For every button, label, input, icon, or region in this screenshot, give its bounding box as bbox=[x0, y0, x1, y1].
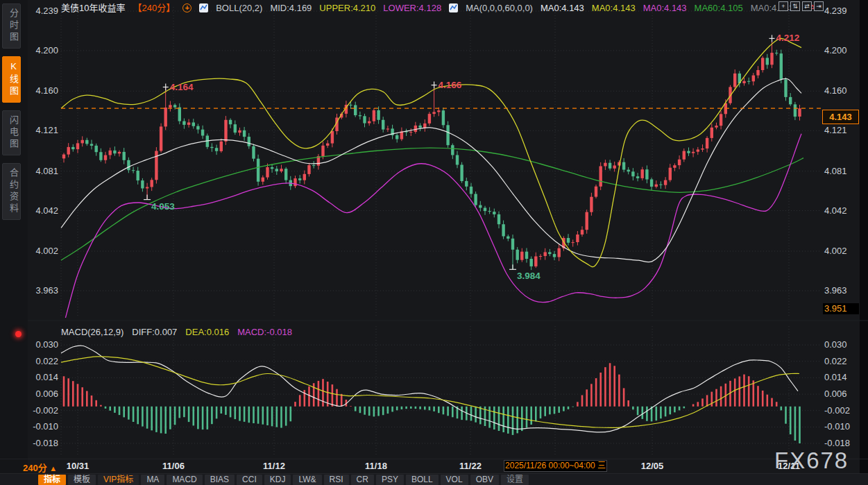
date-tick: 12/05 bbox=[628, 461, 676, 471]
axis-label: 3.963 bbox=[824, 285, 866, 296]
axis-label: 0.022 bbox=[19, 356, 58, 367]
axis-label: 0.030 bbox=[19, 339, 58, 350]
axis-label: 0.014 bbox=[824, 372, 866, 383]
axis-label: 4.081 bbox=[19, 166, 58, 177]
pan-icon[interactable]: + bbox=[778, 1, 788, 11]
axis-label: 0.022 bbox=[824, 356, 866, 367]
date-tick: 11/22 bbox=[446, 461, 495, 471]
axis-label: 4.042 bbox=[19, 205, 58, 216]
scale-y-icon[interactable]: ⇅ bbox=[790, 1, 800, 11]
axis-label: 4.121 bbox=[824, 125, 866, 136]
axis-label: -0.002 bbox=[824, 405, 866, 416]
toolbar-button-LW&[interactable]: LW& bbox=[293, 475, 321, 485]
axis-label: -0.010 bbox=[19, 421, 58, 432]
macd-params: MACD(26,12,9) bbox=[61, 327, 124, 338]
axis-label: 4.200 bbox=[824, 45, 866, 56]
boll-mid-value: MID:4.169 bbox=[270, 3, 312, 13]
svg-text:4.164: 4.164 bbox=[170, 82, 194, 92]
axis-label: 4.002 bbox=[19, 246, 58, 257]
live-indicator-icon bbox=[15, 331, 22, 337]
svg-text:4.053: 4.053 bbox=[151, 201, 175, 212]
toolbar-button-CCI[interactable]: CCI bbox=[237, 475, 262, 485]
svg-text:3.984: 3.984 bbox=[517, 271, 541, 281]
ma0-magenta-value: MA0:4.143 bbox=[643, 3, 687, 13]
current-price-tag: 4.143 bbox=[822, 110, 859, 124]
sidebar-tab-kline-chart[interactable]: K线图 bbox=[2, 56, 21, 103]
date-tick: 11/06 bbox=[149, 461, 198, 471]
indicator-chart-icon[interactable] bbox=[449, 3, 458, 12]
dea-value: DEA:0.016 bbox=[185, 327, 229, 338]
indicator-header: 美债10年收益率【240分】+BOLL(20,2)MID:4.169UPPER:… bbox=[61, 2, 815, 14]
axis-label: 4.200 bbox=[19, 45, 58, 56]
interval-tag: 【240分】 bbox=[133, 3, 175, 13]
chart-canvas[interactable]: 4.1644.0534.1663.9844.212 bbox=[0, 0, 868, 485]
axis-label: 4.239 bbox=[19, 6, 58, 17]
toolbar-button-PSY[interactable]: PSY bbox=[376, 475, 404, 485]
toolbar-button-MACD[interactable]: MACD bbox=[167, 475, 202, 485]
macd-value: MACD:-0.018 bbox=[237, 327, 292, 338]
collapse-panel-icon[interactable]: ⇥ bbox=[814, 1, 824, 11]
plus-circle-icon[interactable]: + bbox=[182, 3, 192, 12]
crosshair-date-tooltip: 2025/11/26 00:00~04:00 三 bbox=[504, 460, 607, 472]
watermark: FX678 bbox=[774, 448, 849, 474]
axis-label: 4.081 bbox=[824, 166, 866, 177]
toolbar-button-VOL[interactable]: VOL bbox=[441, 475, 468, 485]
axis-label: 0.006 bbox=[824, 389, 866, 400]
axis-label: 0.030 bbox=[824, 339, 866, 350]
toolbar-button-VIP指标[interactable]: VIP指标 bbox=[98, 475, 139, 485]
ma0-white-value: MA0:4.143 bbox=[541, 3, 584, 13]
toolbar-button-RSI[interactable]: RSI bbox=[324, 475, 349, 485]
scale-low-tag: 3.951 bbox=[823, 303, 859, 314]
date-axis-row: 240分 ▲ 10/3111/0611/1211/1811/2212/0512/… bbox=[0, 459, 868, 473]
axis-label: 4.160 bbox=[824, 85, 866, 96]
axis-label: 4.121 bbox=[19, 125, 58, 136]
date-tick: 11/12 bbox=[250, 461, 298, 471]
toolbar-button-KDJ[interactable]: KDJ bbox=[264, 475, 291, 485]
indicator-toolbar: 指标模板VIP指标MAMACDBIASCCIKDJLW&RSICRPSYBOLL… bbox=[0, 473, 868, 485]
axis-label: -0.002 bbox=[19, 405, 58, 416]
boll-params: BOLL(20,2) bbox=[216, 3, 262, 13]
symbol-title: 美债10年收益率 bbox=[61, 3, 125, 13]
ma0-yellow-value: MA0:4.143 bbox=[592, 3, 636, 13]
axis-label: 4.002 bbox=[824, 246, 866, 257]
toolbar-button-OBV[interactable]: OBV bbox=[470, 475, 499, 485]
boll-lower-value: LOWER:4.128 bbox=[383, 3, 441, 13]
axis-label: 3.963 bbox=[19, 285, 58, 296]
toolbar-button-BOLL[interactable]: BOLL bbox=[406, 475, 439, 485]
axis-label: 4.042 bbox=[824, 205, 866, 216]
boll-upper-value: UPPER:4.210 bbox=[319, 3, 375, 13]
sidebar-tab-contract-info[interactable]: 合约资料 bbox=[2, 163, 21, 220]
toolbar-button-模板[interactable]: 模板 bbox=[68, 475, 96, 485]
ma60-value: MA60:4.105 bbox=[695, 3, 743, 13]
axis-label: -0.018 bbox=[19, 438, 58, 449]
toolbar-button-BIAS[interactable]: BIAS bbox=[205, 475, 235, 485]
date-tick: 11/18 bbox=[352, 461, 400, 471]
indicator-chart-icon[interactable] bbox=[199, 3, 208, 12]
app-root: 4.1644.0534.1663.9844.212 分时图K线图闪电图合约资料 … bbox=[0, 0, 868, 485]
toolbar-button-MA[interactable]: MA bbox=[141, 475, 164, 485]
scale-x-icon[interactable]: ⇄ bbox=[802, 1, 812, 11]
sidebar-tab-time-chart[interactable]: 分时图 bbox=[2, 3, 21, 49]
axis-label: 4.160 bbox=[19, 85, 58, 96]
sidebar-tabs: 分时图K线图闪电图合约资料 bbox=[2, 3, 21, 220]
interval-dropdown[interactable]: 240分 ▲ bbox=[23, 461, 57, 474]
diff-value: DIFF:0.007 bbox=[132, 327, 177, 338]
macd-header: MACD(26,12,9)DIFF:0.007DEA:0.016MACD:-0.… bbox=[61, 327, 292, 338]
chart-tool-icons: +⇅⇄⇥ bbox=[778, 1, 824, 11]
toolbar-button-设置[interactable]: 设置 bbox=[501, 475, 529, 485]
axis-label: 0.014 bbox=[19, 372, 58, 383]
svg-text:4.212: 4.212 bbox=[776, 33, 800, 43]
axis-label: 0.006 bbox=[19, 389, 58, 400]
ma-params: MA(0,0,0,60,0,0) bbox=[466, 3, 533, 13]
toolbar-button-CR[interactable]: CR bbox=[351, 475, 374, 485]
sidebar-tab-lightning-chart[interactable]: 闪电图 bbox=[2, 110, 21, 155]
axis-label: -0.010 bbox=[824, 421, 866, 432]
toolbar-button-指标[interactable]: 指标 bbox=[38, 475, 66, 485]
axis-label: 4.239 bbox=[824, 6, 866, 17]
svg-text:4.166: 4.166 bbox=[439, 80, 462, 90]
date-tick: 10/31 bbox=[53, 461, 102, 471]
